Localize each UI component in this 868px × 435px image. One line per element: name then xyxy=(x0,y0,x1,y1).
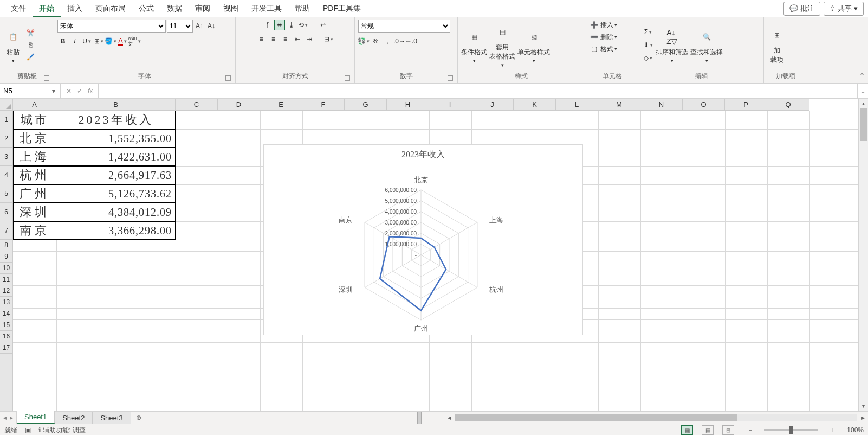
row-header-5[interactable]: 5 xyxy=(0,184,12,203)
clear-icon[interactable]: ◇ xyxy=(643,53,653,63)
decrease-decimal-icon[interactable]: ←.0 xyxy=(406,36,417,47)
row-header-3[interactable]: 3 xyxy=(0,148,12,166)
increase-font-icon[interactable]: A↑ xyxy=(194,21,205,31)
collapse-ribbon-icon[interactable]: ⌃ xyxy=(859,72,865,80)
col-header-E[interactable]: E xyxy=(260,99,302,110)
col-header-K[interactable]: K xyxy=(514,99,556,110)
row-header-1[interactable]: 1 xyxy=(0,111,12,129)
align-bottom-icon[interactable]: ⭳ xyxy=(286,20,297,30)
page-layout-view-button[interactable]: ▤ xyxy=(702,425,714,435)
increase-indent-icon[interactable]: ⇥ xyxy=(304,34,315,44)
percent-icon[interactable]: % xyxy=(370,36,381,47)
sheet-tab-Sheet1[interactable]: Sheet1 xyxy=(17,411,55,424)
currency-icon[interactable]: 💱 xyxy=(358,36,369,47)
accessibility-status[interactable]: ℹ 辅助功能: 调查 xyxy=(38,426,86,435)
italic-icon[interactable]: I xyxy=(69,36,80,47)
align-top-icon[interactable]: ⭱ xyxy=(262,20,273,30)
col-header-Q[interactable]: Q xyxy=(767,99,809,110)
menu-tab-5[interactable]: 数据 xyxy=(160,1,189,16)
underline-icon[interactable]: U xyxy=(81,36,92,47)
wrap-text-icon[interactable]: ↩ xyxy=(318,20,328,30)
cell-A2[interactable]: 北京 xyxy=(13,129,56,148)
accept-formula-icon[interactable]: ✓ xyxy=(77,87,82,95)
cell-B1[interactable]: 2023年收入 xyxy=(56,111,176,129)
row-header-2[interactable]: 2 xyxy=(0,129,12,148)
sheet-tab-Sheet3[interactable]: Sheet3 xyxy=(93,412,131,424)
zoom-level[interactable]: 100% xyxy=(847,426,864,434)
align-middle-icon[interactable]: ⬌ xyxy=(274,20,285,30)
row-header-7[interactable]: 7 xyxy=(0,221,12,240)
menu-tab-0[interactable]: 文件 xyxy=(4,1,33,16)
horizontal-scrollbar[interactable]: ◂ ▸ xyxy=(444,412,868,424)
menu-tab-1[interactable]: 开始 xyxy=(33,1,61,17)
normal-view-button[interactable]: ▦ xyxy=(681,425,693,435)
column-headers[interactable]: ABCDEFGHIJKLMNOPQ xyxy=(13,99,809,111)
fill-icon[interactable]: ⬇ xyxy=(643,40,653,50)
row-header-6[interactable]: 6 xyxy=(0,203,12,221)
merge-icon[interactable]: ⊟ xyxy=(323,34,334,44)
fill-color-icon[interactable]: 🪣 xyxy=(105,36,116,47)
conditional-format-button[interactable]: ▦条件格式▾ xyxy=(461,27,487,63)
find-select-button[interactable]: 🔍查找和选择▾ xyxy=(690,27,723,63)
col-header-C[interactable]: C xyxy=(176,99,218,110)
row-header-15[interactable]: 15 xyxy=(0,319,12,331)
cell-B7[interactable]: 3,366,298.00 xyxy=(56,221,176,240)
zoom-slider[interactable] xyxy=(764,429,818,431)
copy-icon[interactable]: ⎘ xyxy=(25,40,36,50)
menu-tab-6[interactable]: 审阅 xyxy=(189,1,217,16)
cell-A5[interactable]: 广州 xyxy=(13,184,56,203)
col-header-G[interactable]: G xyxy=(345,99,387,110)
sort-filter-button[interactable]: A↓Z▽排序和筛选▾ xyxy=(656,27,688,63)
delete-cells-button[interactable]: ➖删除 ▾ xyxy=(588,31,636,42)
share-button[interactable]: ⇪ 共享 ▾ xyxy=(824,2,864,16)
insert-cells-button[interactable]: ➕插入 ▾ xyxy=(588,20,636,30)
formula-input[interactable] xyxy=(99,84,857,98)
row-header-4[interactable]: 4 xyxy=(0,166,12,184)
row-header-17[interactable]: 17 xyxy=(0,342,12,354)
menu-tab-10[interactable]: PDF工具集 xyxy=(316,1,367,16)
col-header-H[interactable]: H xyxy=(387,99,429,110)
zoom-out-button[interactable]: − xyxy=(748,426,752,434)
col-header-M[interactable]: M xyxy=(598,99,640,110)
cell-B5[interactable]: 5,126,733.62 xyxy=(56,184,176,203)
menu-tab-4[interactable]: 公式 xyxy=(132,1,160,16)
cell-A6[interactable]: 深圳 xyxy=(13,203,56,221)
row-header-8[interactable]: 8 xyxy=(0,240,12,251)
name-box-dropdown-icon[interactable]: ▾ xyxy=(49,87,59,95)
menu-tab-3[interactable]: 页面布局 xyxy=(89,1,132,16)
comment-button[interactable]: 💬 批注 xyxy=(783,2,820,16)
font-size-select[interactable]: 11 xyxy=(167,20,193,33)
border-icon[interactable]: ⊞ xyxy=(93,36,104,47)
col-header-J[interactable]: J xyxy=(471,99,514,110)
sheet-nav-next-icon[interactable]: ▸ xyxy=(10,414,13,421)
bold-icon[interactable]: B xyxy=(57,36,68,47)
cell-B6[interactable]: 4,384,012.09 xyxy=(56,203,176,221)
sheet-tab-Sheet2[interactable]: Sheet2 xyxy=(55,412,93,424)
add-sheet-button[interactable]: ⊕ xyxy=(131,412,146,424)
cell-A4[interactable]: 杭州 xyxy=(13,166,56,184)
cell-A7[interactable]: 南京 xyxy=(13,221,56,240)
select-all-corner[interactable] xyxy=(0,99,13,111)
menu-tab-8[interactable]: 开发工具 xyxy=(245,1,288,16)
orientation-icon[interactable]: ⟲ xyxy=(298,20,309,30)
format-cells-button[interactable]: ▢格式 ▾ xyxy=(588,43,636,54)
cell-styles-button[interactable]: ▧单元格样式▾ xyxy=(517,27,550,63)
cell-B4[interactable]: 2,664,917.63 xyxy=(56,166,176,184)
cancel-formula-icon[interactable]: ✕ xyxy=(66,87,72,95)
row-headers[interactable]: 1234567891011121314151617 xyxy=(0,111,13,411)
cell-A3[interactable]: 上海 xyxy=(13,148,56,166)
format-painter-icon[interactable]: 🖌️ xyxy=(25,52,36,62)
comma-icon[interactable]: , xyxy=(382,36,393,47)
menu-tab-9[interactable]: 帮助 xyxy=(288,1,316,16)
col-header-N[interactable]: N xyxy=(640,99,683,110)
phonetic-icon[interactable]: wén文 xyxy=(129,36,140,47)
col-header-B[interactable]: B xyxy=(56,99,176,110)
col-header-D[interactable]: D xyxy=(218,99,260,110)
font-name-select[interactable]: 宋体 xyxy=(57,20,166,33)
decrease-indent-icon[interactable]: ⇤ xyxy=(292,34,303,44)
macro-record-icon[interactable]: ▣ xyxy=(25,426,31,434)
cell-B3[interactable]: 1,422,631.00 xyxy=(56,148,176,166)
addins-button[interactable]: ⊞加 载项 xyxy=(767,25,787,65)
paste-button[interactable]: 📋 粘贴▾ xyxy=(3,27,23,63)
chart-object[interactable]: 2023年收入 -1,000,000.002,000,000.003,000,0… xyxy=(263,144,583,335)
